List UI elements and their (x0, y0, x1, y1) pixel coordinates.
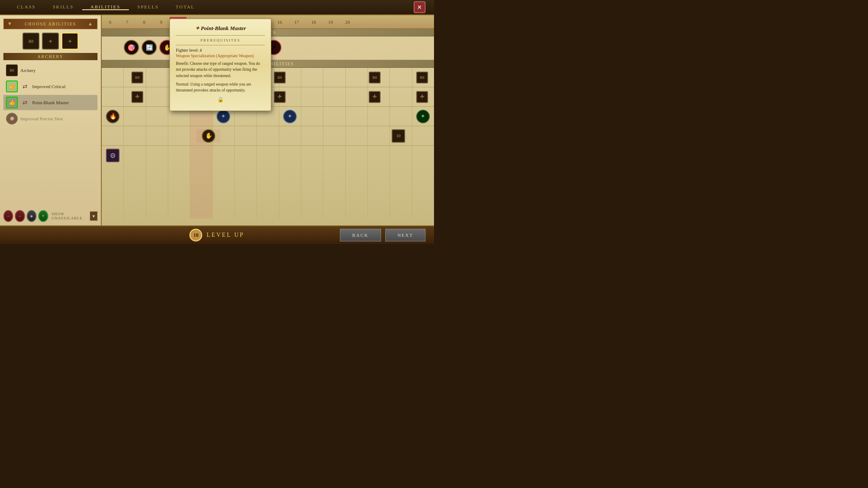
icon-rs8[interactable]: R8 (22, 33, 39, 50)
archery-label: Archery (20, 68, 36, 73)
tooltip-body2: Normal: Using a ranged weapon while you … (176, 81, 265, 94)
sa-circle-blue-1: ✦ (217, 110, 230, 123)
tooltip-prereq2: Weapon Specialization (Appropriate Weapo… (176, 53, 265, 58)
level-badge: 10 (189, 229, 202, 241)
level-7[interactable]: 7 (119, 17, 136, 27)
icon-cross2[interactable]: ✛ (61, 33, 78, 50)
sa-circle-blue-2: ✦ (283, 110, 297, 123)
tooltip-prereq1: Fighter level: 4 (176, 48, 265, 53)
sa-icon-r8-3: R8 (274, 72, 286, 83)
sa-icon-r8-1: R8 (131, 72, 143, 83)
archery-icon: R8 (6, 64, 18, 76)
left-abilities-panel: ▼ CHOOSE ABILITIES ▲ R8 ✛ ✛ ARCHERY R8 A… (0, 15, 102, 225)
feat-icon-8: 🔄 (142, 40, 157, 55)
panel-title: CHOOSE ABILITIES (25, 22, 76, 26)
level-18[interactable]: 18 (305, 17, 322, 27)
ability-tooltip: ✦ Point-Blank Master PREREQUISITES Fight… (170, 19, 271, 111)
level-up-section: 10 LEVEL UP (189, 229, 244, 241)
expand-arrow[interactable]: ▲ (88, 21, 94, 27)
next-button[interactable]: NEXT (385, 229, 426, 241)
nav-buttons: BACK NEXT (340, 229, 426, 241)
level-17[interactable]: 17 (288, 17, 305, 27)
point-blank-check: 👍 (6, 97, 18, 108)
tooltip-title: ✦ Point-Blank Master (176, 25, 265, 32)
list-item-improved-precise[interactable]: 🎯 Improved Precise Shot (3, 111, 97, 126)
tooltip-prereq-section: PREREQUISITES (176, 38, 265, 42)
level-8[interactable]: 8 (136, 17, 153, 27)
bottom-controls: − − ● + SHOW UNAVAILABLE ▼ (3, 207, 97, 222)
sa-icon-cross-5: ✛ (416, 91, 428, 103)
top-navigation: CLASS SKILLS ABILITIES SPELLS TOTAL ✕ (0, 0, 434, 15)
sa-icon-cross-4: ✛ (369, 91, 381, 103)
nav-abilities[interactable]: ABILITIES (82, 4, 129, 10)
tooltip-title-icon: ✦ (195, 25, 201, 31)
improved-critical-label: Improved Critical (32, 84, 66, 89)
sa-icon-cross-3: ✛ (274, 91, 286, 103)
nav-total[interactable]: TOTAL (167, 4, 203, 10)
icon-cross1[interactable]: ✛ (42, 33, 59, 50)
ability-type-icons: R8 ✛ ✛ (3, 33, 97, 50)
show-unavail-dropdown[interactable]: ▼ (90, 211, 97, 221)
tooltip-divider-1 (176, 35, 265, 36)
precise-icon: 🎯 (6, 113, 18, 125)
panel-header: ▼ CHOOSE ABILITIES ▲ (3, 19, 97, 29)
bottom-bar: 10 LEVEL UP BACK NEXT (0, 225, 434, 244)
nav-skills[interactable]: SKILLS (44, 4, 82, 10)
sa-icon-cross-1: ✛ (131, 91, 143, 103)
feat-icon-7: 🎯 (124, 40, 139, 55)
tooltip-divider-2 (176, 45, 265, 45)
level-20[interactable]: 20 (339, 17, 356, 27)
level-16[interactable]: 16 (271, 17, 288, 27)
close-button[interactable]: ✕ (414, 1, 426, 13)
sa-coin-1: ✋ (202, 129, 215, 143)
level-6[interactable]: 6 (102, 17, 119, 27)
ability-list: R8 Archery 👍 ⇄ Improved Critical 👍 ⇄ Poi… (3, 63, 97, 126)
main-content: ▼ CHOOSE ABILITIES ▲ R8 ✛ ✛ ARCHERY R8 A… (0, 15, 434, 225)
improved-critical-arrow: ⇄ (20, 82, 30, 91)
list-item-improved-critical[interactable]: 👍 ⇄ Improved Critical (3, 79, 97, 94)
sa-circle-fire: 🔥 (106, 110, 120, 123)
sa-row-4: ✋ 10 (102, 126, 434, 146)
level-up-label: LEVEL UP (206, 232, 244, 238)
list-item-archery[interactable]: R8 Archery (3, 63, 97, 78)
back-button[interactable]: BACK (340, 229, 381, 241)
remove2-button[interactable]: − (15, 210, 25, 222)
sa-row-5: ⚙ (102, 146, 434, 165)
point-blank-label: Point-Blank Master (32, 100, 69, 105)
level-9[interactable]: 9 (153, 17, 170, 27)
sa-coin-2: 10 (392, 129, 405, 143)
circle-button[interactable]: ● (27, 210, 36, 222)
category-archery: ARCHERY (3, 53, 97, 60)
sa-icon-r8-5: R8 (416, 72, 428, 83)
point-blank-arrow: ⇄ (20, 98, 30, 107)
nav-spells[interactable]: SPELLS (129, 4, 167, 10)
show-unavail-label[interactable]: SHOW UNAVAILABLE (52, 212, 88, 220)
collapse-arrow[interactable]: ▼ (7, 21, 13, 27)
right-abilities-panel: 6 7 8 9 10 11 12 13 14 15 16 17 18 19 20… (102, 15, 434, 225)
tooltip-scroll: 🔒 (176, 97, 265, 103)
tooltip-body1: Benefit: Choose one type of ranged weapo… (176, 61, 265, 79)
sa-gear: ⚙ (106, 149, 120, 162)
nav-class[interactable]: CLASS (8, 4, 44, 10)
sa-circle-green: ✦ (416, 110, 430, 123)
sa-icon-r8-4: R8 (369, 72, 381, 83)
improved-critical-check: 👍 (6, 80, 18, 92)
level-19[interactable]: 19 (322, 17, 339, 27)
remove-button[interactable]: − (3, 210, 13, 222)
add-button[interactable]: + (38, 210, 48, 222)
list-item-point-blank[interactable]: 👍 ⇄ Point-Blank Master (3, 95, 97, 110)
precise-label: Improved Precise Shot (20, 116, 63, 121)
